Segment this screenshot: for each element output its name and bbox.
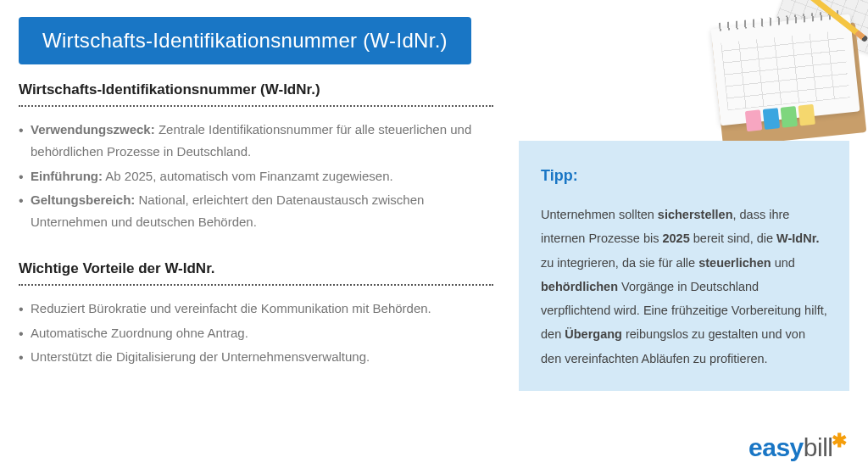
item-label: Geltungsbereich:	[31, 192, 135, 207]
tip-body: Unternehmen sollten sicherstellen, dass …	[541, 203, 827, 371]
list-item: Reduziert Bürokratie und vereinfacht die…	[19, 298, 493, 320]
logo-part-bill: bill	[804, 433, 833, 461]
section2-heading: Wichtige Vorteile der W-IdNr.	[19, 260, 493, 277]
easybill-logo: easybill✱	[748, 430, 846, 462]
tip-title: Tipp:	[541, 161, 827, 191]
item-text: Ab 2025, automatisch vom Finanzamt zugew…	[103, 169, 393, 183]
divider	[19, 284, 493, 286]
item-label: Einführung:	[31, 169, 103, 183]
section1-heading: Wirtschafts-Identifikationsnummer (W-IdN…	[19, 81, 493, 98]
list-item: Automatische Zuordnung ohne Antrag.	[19, 322, 493, 344]
logo-part-easy: easy	[748, 433, 804, 461]
page-title-banner: Wirtschafts-Identifikationsnummer (W-IdN…	[19, 17, 471, 64]
section2-list: Reduziert Bürokratie und vereinfacht die…	[19, 298, 493, 368]
item-label: Verwendungszweck:	[31, 122, 155, 137]
list-item: Unterstützt die Digitalisierung der Unte…	[19, 346, 493, 368]
list-item: Verwendungszweck: Zentrale Identifikatio…	[19, 119, 493, 164]
logo-star-icon: ✱	[832, 430, 847, 451]
main-content: Wirtschafts-Identifikationsnummer (W-IdN…	[19, 81, 519, 395]
list-item: Geltungsbereich: National, erleichtert d…	[19, 189, 493, 234]
list-item: Einführung: Ab 2025, automatisch vom Fin…	[19, 165, 493, 187]
divider	[19, 105, 493, 107]
tip-box: Tipp: Unternehmen sollten sicherstellen,…	[519, 141, 849, 391]
section1-list: Verwendungszweck: Zentrale Identifikatio…	[19, 119, 493, 233]
